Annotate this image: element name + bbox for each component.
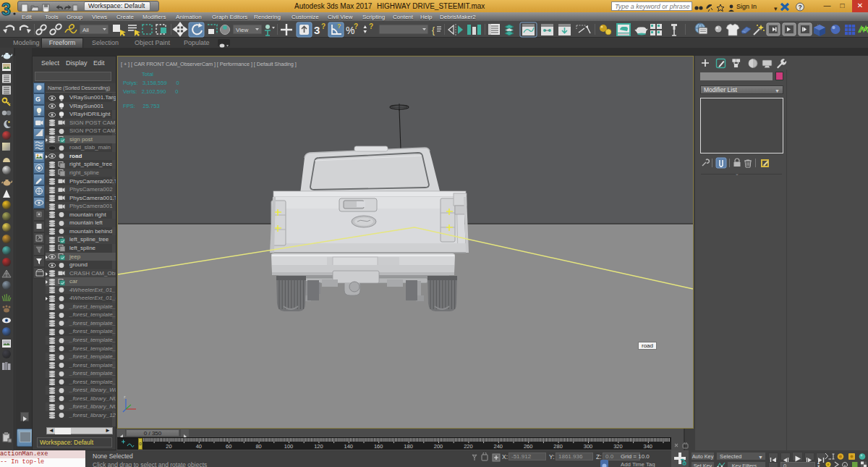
svg-text:40: 40 (196, 443, 202, 450)
svg-text:3: 3 (314, 24, 320, 36)
svg-text:240: 240 (494, 443, 503, 450)
svg-text:?: ? (354, 22, 358, 30)
svg-text:320: 320 (613, 443, 623, 450)
svg-text:G: G (35, 96, 41, 103)
svg-text:80: 80 (255, 443, 261, 450)
svg-text:20: 20 (166, 443, 171, 450)
svg-text:300: 300 (584, 443, 593, 450)
svg-text:220: 220 (464, 443, 473, 450)
svg-text:200: 200 (434, 443, 443, 450)
svg-text:z: z (124, 395, 126, 399)
svg-text:180: 180 (404, 443, 413, 450)
svg-text:All: All (82, 27, 89, 33)
svg-text:60: 60 (226, 443, 231, 450)
svg-text:340: 340 (644, 443, 653, 450)
svg-text:?: ? (321, 22, 326, 30)
svg-text:100: 100 (284, 443, 294, 450)
svg-text:260: 260 (524, 443, 533, 450)
svg-text:?: ? (798, 4, 801, 11)
svg-text:▾: ▾ (774, 5, 778, 12)
svg-text:?: ? (337, 22, 341, 30)
svg-text:{: { (432, 25, 435, 35)
svg-text:View: View (236, 27, 248, 33)
svg-text:?: ? (369, 22, 373, 30)
svg-text:120: 120 (314, 443, 323, 450)
svg-text:160: 160 (374, 443, 383, 450)
svg-text:280: 280 (553, 443, 563, 450)
svg-text:3: 3 (1, 0, 11, 19)
svg-text:140: 140 (344, 443, 354, 450)
